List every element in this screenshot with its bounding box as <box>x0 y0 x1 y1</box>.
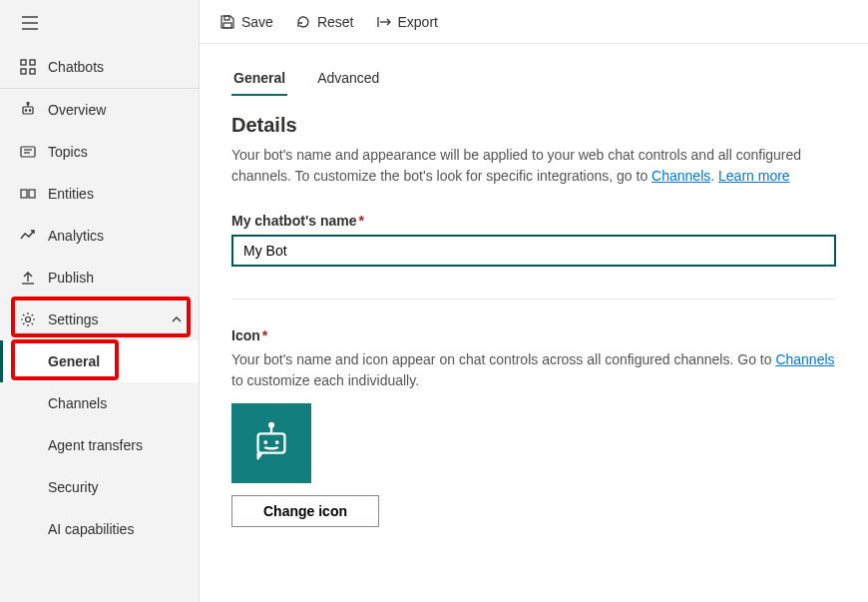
toolbar-label: Reset <box>317 14 354 30</box>
svg-rect-21 <box>223 23 231 28</box>
tab-general[interactable]: General <box>231 64 287 96</box>
svg-point-27 <box>263 440 267 444</box>
change-icon-button[interactable]: Change icon <box>231 495 379 527</box>
svg-point-11 <box>29 110 30 111</box>
sidebar-item-label: Settings <box>48 311 99 327</box>
svg-rect-5 <box>21 69 26 74</box>
bot-avatar-icon <box>248 420 294 466</box>
sidebar-item-publish[interactable]: Publish <box>0 257 199 299</box>
sidebar-sub-agent-transfers[interactable]: Agent transfers <box>0 424 199 466</box>
sidebar-item-label: Chatbots <box>48 59 104 75</box>
sidebar-sub-security[interactable]: Security <box>0 466 199 508</box>
entities-icon <box>20 186 36 202</box>
grid-icon <box>20 59 36 75</box>
publish-icon <box>20 270 36 286</box>
main-area: Save Reset Export General Ad <box>200 0 868 602</box>
required-asterisk: * <box>358 213 363 229</box>
sidebar: Chatbots Overview Topics Entities <box>0 0 200 602</box>
bot-icon <box>20 102 36 118</box>
learn-more-link[interactable]: Learn more <box>718 168 790 184</box>
hamburger-icon[interactable] <box>22 16 38 30</box>
svg-rect-12 <box>21 147 35 157</box>
reset-button[interactable]: Reset <box>295 14 354 30</box>
sidebar-sub-label: General <box>48 353 100 369</box>
toolbar-label: Save <box>241 14 273 30</box>
save-icon <box>219 14 235 30</box>
sidebar-sub-general[interactable]: General <box>0 340 199 382</box>
tab-label: Advanced <box>317 70 379 86</box>
sidebar-sub-channels[interactable]: Channels <box>0 382 199 424</box>
svg-point-28 <box>275 440 279 444</box>
details-description: Your bot's name and appearance will be a… <box>231 145 836 187</box>
section-divider <box>231 299 836 300</box>
sidebar-sub-label: Security <box>48 479 99 495</box>
tab-advanced[interactable]: Advanced <box>315 64 381 96</box>
svg-point-19 <box>26 317 31 322</box>
svg-rect-7 <box>23 107 33 114</box>
sidebar-sub-label: AI capabilities <box>48 521 134 537</box>
icon-label: Icon* <box>231 327 836 343</box>
details-heading: Details <box>231 114 836 137</box>
sidebar-item-settings[interactable]: Settings <box>0 299 199 340</box>
svg-point-9 <box>27 103 29 105</box>
bot-name-input[interactable] <box>231 235 836 267</box>
bot-icon-preview <box>231 403 311 483</box>
svg-rect-24 <box>258 433 285 452</box>
sidebar-item-label: Publish <box>48 270 94 286</box>
sidebar-item-label: Topics <box>48 144 88 160</box>
export-button[interactable]: Export <box>376 14 438 30</box>
channels-link-2[interactable]: Channels <box>775 351 834 367</box>
svg-rect-20 <box>224 16 229 20</box>
sidebar-item-analytics[interactable]: Analytics <box>0 215 199 257</box>
svg-rect-4 <box>30 60 35 65</box>
analytics-icon <box>20 228 36 244</box>
export-icon <box>376 14 392 30</box>
svg-rect-16 <box>29 190 35 198</box>
toolbar: Save Reset Export <box>200 0 868 44</box>
sidebar-item-topics[interactable]: Topics <box>0 131 199 173</box>
settings-tabs: General Advanced <box>231 64 836 96</box>
sidebar-sub-ai-capabilities[interactable]: AI capabilities <box>0 508 199 550</box>
svg-point-10 <box>25 110 26 111</box>
sidebar-item-entities[interactable]: Entities <box>0 173 199 215</box>
sidebar-item-label: Analytics <box>48 228 104 244</box>
bot-name-label: My chatbot's name* <box>231 213 836 229</box>
save-button[interactable]: Save <box>219 14 273 30</box>
topics-icon <box>20 144 36 160</box>
sidebar-item-label: Entities <box>48 186 94 202</box>
svg-rect-15 <box>21 190 27 198</box>
svg-rect-3 <box>21 60 26 65</box>
chevron-up-icon <box>171 313 183 325</box>
svg-rect-6 <box>30 69 35 74</box>
channels-link[interactable]: Channels <box>651 168 710 184</box>
tab-label: General <box>233 70 285 86</box>
sidebar-item-overview[interactable]: Overview <box>0 89 199 131</box>
reset-icon <box>295 14 311 30</box>
sidebar-sub-label: Agent transfers <box>48 437 143 453</box>
svg-point-26 <box>269 423 273 427</box>
sidebar-item-chatbots[interactable]: Chatbots <box>0 46 199 88</box>
sidebar-sub-label: Channels <box>48 395 107 411</box>
sidebar-item-label: Overview <box>48 102 106 118</box>
gear-icon <box>20 311 36 327</box>
toolbar-label: Export <box>398 14 438 30</box>
required-asterisk: * <box>262 327 267 343</box>
icon-description: Your bot's name and icon appear on chat … <box>231 349 836 391</box>
